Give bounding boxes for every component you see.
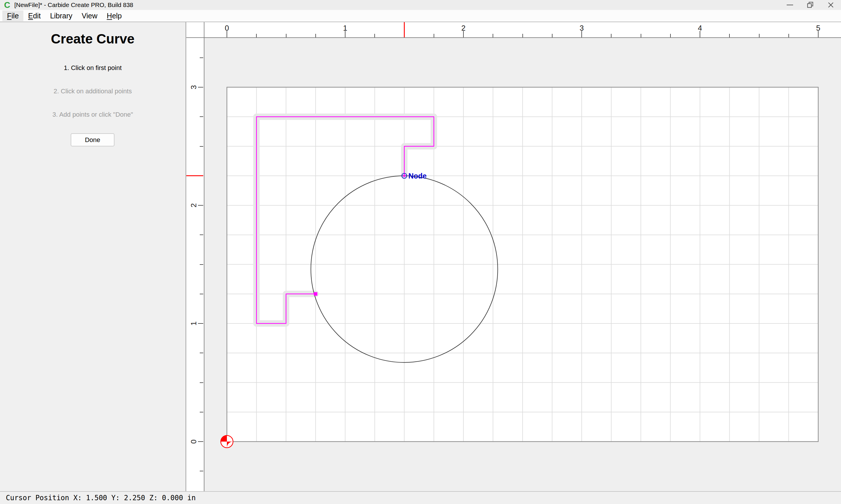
h-ruler-label: 5 xyxy=(812,24,824,33)
v-ruler-minor-tick xyxy=(200,116,203,117)
ruler-corner xyxy=(186,22,204,38)
menu-library[interactable]: Library xyxy=(45,11,77,21)
instruction-step-2: 2. Click on additional points xyxy=(0,88,185,95)
panel-title: Create Curve xyxy=(0,31,185,47)
node-label: Node xyxy=(409,172,427,180)
h-ruler-minor-tick xyxy=(286,34,287,37)
minimize-icon xyxy=(787,5,793,5)
canvas-drawing[interactable]: Node xyxy=(204,38,841,491)
create-curve-panel: Create Curve 1. Click on first point 2. … xyxy=(0,22,186,491)
window-controls xyxy=(780,0,841,10)
close-button[interactable] xyxy=(821,0,841,10)
menu-bar: FileEditLibraryViewHelp xyxy=(0,10,841,22)
h-ruler-minor-tick xyxy=(522,34,523,37)
menu-file[interactable]: File xyxy=(2,11,23,21)
cursor-y-indicator xyxy=(186,175,203,176)
v-ruler-major-tick xyxy=(198,441,203,442)
h-ruler-minor-tick xyxy=(641,34,641,37)
h-ruler-minor-tick xyxy=(434,34,434,37)
instruction-step-1: 1. Click on first point xyxy=(0,64,185,72)
v-ruler-minor-tick xyxy=(200,382,203,383)
done-button[interactable]: Done xyxy=(71,133,115,146)
v-ruler-major-tick xyxy=(198,205,203,205)
node-point[interactable] xyxy=(403,175,406,177)
menu-edit[interactable]: Edit xyxy=(23,11,45,21)
cursor-x-indicator xyxy=(404,22,405,37)
h-ruler-label: 3 xyxy=(576,24,587,33)
h-ruler-minor-tick xyxy=(759,34,759,37)
h-ruler-minor-tick xyxy=(670,34,671,37)
close-icon xyxy=(827,2,834,8)
h-ruler-minor-tick xyxy=(493,34,493,37)
restore-icon xyxy=(807,2,813,8)
title-bar: C [NewFile]* - Carbide Create PRO, Build… xyxy=(0,0,841,10)
h-ruler-minor-tick xyxy=(788,34,789,37)
h-ruler-label: 0 xyxy=(221,24,233,33)
window-title: [NewFile]* - Carbide Create PRO, Build 8… xyxy=(14,1,133,8)
instruction-step-3: 3. Add points or click "Done" xyxy=(0,111,185,119)
v-ruler-major-tick xyxy=(198,323,203,324)
h-ruler-minor-tick xyxy=(729,34,730,37)
h-ruler-minor-tick xyxy=(611,34,612,37)
restore-button[interactable] xyxy=(800,0,821,10)
v-ruler-minor-tick xyxy=(200,264,203,265)
status-bar: Cursor Position X: 1.500 Y: 2.250 Z: 0.0… xyxy=(0,491,841,504)
v-ruler-label: 3 xyxy=(189,83,198,91)
v-ruler-label: 1 xyxy=(189,319,198,327)
design-canvas[interactable]: Node xyxy=(204,38,841,491)
v-ruler-minor-tick xyxy=(200,412,203,412)
curve-start-point-marker[interactable] xyxy=(314,292,317,296)
h-ruler-label: 4 xyxy=(694,24,706,33)
v-ruler-label: 2 xyxy=(189,201,198,210)
menu-help[interactable]: Help xyxy=(102,11,126,21)
h-ruler-minor-tick xyxy=(374,34,375,37)
h-ruler-label: 1 xyxy=(339,24,351,33)
v-ruler-minor-tick xyxy=(200,353,203,353)
h-ruler-minor-tick xyxy=(552,34,552,37)
h-ruler-label: 2 xyxy=(458,24,469,33)
app-logo-icon: C xyxy=(4,0,10,10)
h-ruler-minor-tick xyxy=(315,34,316,37)
v-ruler-minor-tick xyxy=(200,471,203,471)
v-ruler-label: 0 xyxy=(189,437,198,446)
h-ruler-minor-tick xyxy=(256,34,257,37)
cursor-position-text: Cursor Position X: 1.500 Y: 2.250 Z: 0.0… xyxy=(6,494,196,502)
v-ruler-minor-tick xyxy=(200,57,203,58)
vertical-ruler: 0123 xyxy=(186,22,204,491)
origin-marker-quadrant xyxy=(221,435,227,442)
menu-view[interactable]: View xyxy=(77,11,102,21)
v-ruler-major-tick xyxy=(198,87,203,88)
v-ruler-minor-tick xyxy=(200,294,203,294)
v-ruler-minor-tick xyxy=(200,146,203,147)
minimize-button[interactable] xyxy=(780,0,800,10)
v-ruler-minor-tick xyxy=(200,234,203,235)
horizontal-ruler: 012345 xyxy=(204,22,841,38)
